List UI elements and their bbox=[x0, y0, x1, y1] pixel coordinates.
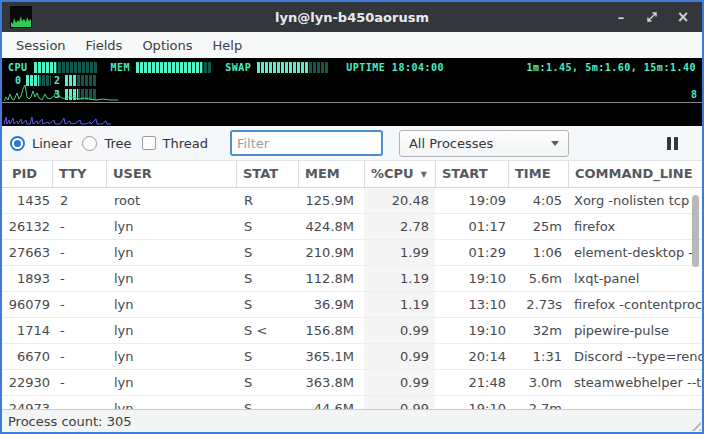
cell-cmd: lxqt-panel bbox=[568, 266, 702, 291]
cell-user: lyn bbox=[106, 292, 236, 317]
cpu-label: CPU bbox=[8, 62, 28, 73]
cell-stat: S bbox=[236, 240, 298, 265]
column-header-user[interactable]: USER bbox=[106, 161, 236, 187]
cpu-history-graph bbox=[4, 82, 119, 102]
cell-start: 01:29 bbox=[435, 240, 508, 265]
cell-pid: 22930 bbox=[6, 370, 52, 395]
menu-session[interactable]: Session bbox=[6, 35, 76, 56]
cell-user: root bbox=[106, 188, 236, 213]
chevron-down-icon bbox=[551, 141, 559, 146]
cell-stat: S bbox=[236, 344, 298, 369]
column-header-pid[interactable]: PID bbox=[6, 161, 52, 187]
swap-label: SWAP bbox=[225, 62, 251, 73]
menu-help[interactable]: Help bbox=[203, 35, 253, 56]
monitor-divider bbox=[2, 102, 702, 103]
cell-tty: - bbox=[52, 214, 106, 239]
mem-meter bbox=[135, 62, 211, 73]
cell-time: 4:05 bbox=[508, 188, 568, 213]
table-row[interactable]: 22930-lynS363.8M0.9921:483.0msteamwebhel… bbox=[2, 370, 702, 396]
mem-label: MEM bbox=[111, 62, 131, 73]
cell-mem: 365.1M bbox=[298, 344, 364, 369]
table-row[interactable]: 1714-lynS <156.8M0.9919:1032mpipewire-pu… bbox=[2, 318, 702, 344]
cell-time: 1:31 bbox=[508, 344, 568, 369]
cell-cpu: 1.99 bbox=[364, 240, 435, 265]
close-button[interactable]: × bbox=[676, 10, 690, 24]
window-controls: – × bbox=[614, 10, 690, 24]
cell-mem: 424.8M bbox=[298, 214, 364, 239]
column-header-command-line[interactable]: COMMAND_LINE bbox=[568, 161, 702, 187]
load-averages-display: 1m:1.45, 5m:1.60, 15m:1.40 bbox=[526, 62, 696, 73]
cpu-meter bbox=[33, 62, 97, 73]
column-header-stat[interactable]: STAT bbox=[236, 161, 298, 187]
cell-stat: S bbox=[236, 396, 298, 409]
table-row[interactable]: 26132-lynS424.8M2.7801:1725mfirefox bbox=[2, 214, 702, 240]
cell-stat: S bbox=[236, 266, 298, 291]
cell-time: 2.73s bbox=[508, 292, 568, 317]
table-row[interactable]: 14352rootR125.9M20.4819:094:05Xorg -noli… bbox=[2, 188, 702, 214]
cell-cmd: steamwebhelper --t bbox=[568, 370, 702, 395]
column-header-time[interactable]: TIME bbox=[508, 161, 568, 187]
cell-user: lyn bbox=[106, 396, 236, 409]
cell-start: 19:10 bbox=[435, 318, 508, 343]
column-header-tty[interactable]: TTY bbox=[52, 161, 106, 187]
restore-icon bbox=[646, 11, 658, 23]
table-row[interactable]: 96079-lynS36.9M1.1913:102.73sfirefox -co… bbox=[2, 292, 702, 318]
menu-bar: Session Fields Options Help bbox=[2, 32, 702, 58]
cell-pid: 96079 bbox=[6, 292, 52, 317]
menu-options[interactable]: Options bbox=[132, 35, 202, 56]
pause-button[interactable] bbox=[667, 137, 678, 150]
cell-cmd bbox=[568, 396, 702, 409]
cell-pid: 6670 bbox=[6, 344, 52, 369]
title-bar: lyn@lyn-b450aorusm – × bbox=[2, 2, 702, 32]
cell-cmd: firefox bbox=[568, 214, 702, 239]
uptime-display: UPTIME 18:04:00 bbox=[346, 62, 444, 73]
vertical-scrollbar-thumb[interactable] bbox=[692, 195, 699, 267]
cell-cpu: 0.99 bbox=[364, 318, 435, 343]
app-icon-graph bbox=[10, 6, 32, 28]
system-monitor-band: CPU MEM SWAP UPTIME 18:04:00 1m:1.45, 5m… bbox=[2, 58, 702, 126]
cell-stat: S bbox=[236, 214, 298, 239]
linear-radio-option[interactable]: Linear bbox=[10, 136, 72, 151]
table-row[interactable]: 1893-lynS112.8M1.1919:105.6mlxqt-panel bbox=[2, 266, 702, 292]
cell-pid: 1893 bbox=[6, 266, 52, 291]
process-filter-dropdown[interactable]: All Processes bbox=[399, 130, 569, 157]
table-row[interactable]: 24973-lynS44.6M0.9919:102.7m bbox=[2, 396, 702, 409]
pause-icon bbox=[667, 137, 671, 150]
cell-start: 20:14 bbox=[435, 344, 508, 369]
cell-time: 32m bbox=[508, 318, 568, 343]
minimize-button[interactable]: – bbox=[614, 10, 628, 24]
column-header-mem[interactable]: MEM bbox=[298, 161, 364, 187]
cell-cmd: firefox -contentproc bbox=[568, 292, 702, 317]
cell-stat: S bbox=[236, 370, 298, 395]
app-icon bbox=[10, 6, 32, 28]
thread-checkbox[interactable] bbox=[142, 136, 156, 150]
filter-input[interactable] bbox=[230, 130, 383, 156]
menu-fields[interactable]: Fields bbox=[76, 35, 133, 56]
cell-tty: - bbox=[52, 396, 106, 409]
cell-cmd: Discord --type=rend bbox=[568, 344, 702, 369]
cell-tty: - bbox=[52, 370, 106, 395]
cell-start: 19:09 bbox=[435, 188, 508, 213]
tree-radio-option[interactable]: Tree bbox=[82, 136, 131, 151]
restore-button[interactable] bbox=[645, 10, 659, 24]
cell-start: 01:17 bbox=[435, 214, 508, 239]
cell-user: lyn bbox=[106, 266, 236, 291]
thread-checkbox-option[interactable]: Thread bbox=[142, 136, 208, 151]
cell-mem: 210.9M bbox=[298, 240, 364, 265]
table-row[interactable]: 6670-lynS365.1M0.9920:141:31Discord --ty… bbox=[2, 344, 702, 370]
view-toolbar: Linear Tree Thread All Processes bbox=[2, 126, 702, 161]
cell-cpu: 0.99 bbox=[364, 396, 435, 409]
cell-mem: 44.6M bbox=[298, 396, 364, 409]
resize-grip[interactable] bbox=[688, 418, 701, 431]
cell-tty: - bbox=[52, 344, 106, 369]
swap-meter bbox=[256, 62, 328, 73]
cell-cpu: 1.19 bbox=[364, 292, 435, 317]
linear-radio[interactable] bbox=[10, 136, 25, 151]
cell-mem: 363.8M bbox=[298, 370, 364, 395]
table-row[interactable]: 27663-lynS210.9M1.9901:291:06element-des… bbox=[2, 240, 702, 266]
tree-radio[interactable] bbox=[82, 136, 97, 151]
cell-tty: 2 bbox=[52, 188, 106, 213]
table-header: PID TTY USER STAT MEM %CPU▼ START TIME C… bbox=[2, 161, 702, 188]
column-header-start[interactable]: START bbox=[435, 161, 508, 187]
column-header-cpu[interactable]: %CPU▼ bbox=[364, 161, 435, 187]
